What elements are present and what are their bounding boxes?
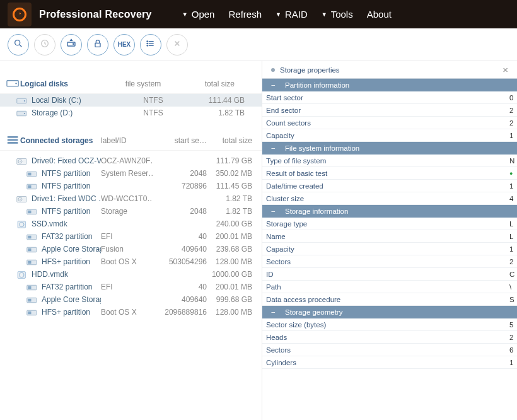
svg-point-0 — [15, 40, 20, 45]
toolbar: HEX — [0, 28, 517, 61]
property-key: Start sector — [266, 94, 509, 102]
property-row: IDC — [262, 268, 517, 281]
property-value: S — [509, 296, 517, 303]
property-key: Heads — [266, 334, 509, 341]
item-name: NTFS partition — [42, 169, 90, 178]
toolbar-hex-button[interactable]: HEX — [113, 34, 135, 55]
partition-row[interactable]: Apple Core Storage…Fusion409640239.68 GB — [0, 243, 262, 255]
part-icon — [26, 170, 38, 177]
col-totalsize: total size — [178, 79, 235, 88]
menu-refresh[interactable]: Refresh — [228, 9, 262, 20]
item-size: 200.01 MB — [207, 283, 252, 291]
close-tab-button[interactable]: × — [502, 64, 508, 75]
property-row: Sectors6 — [262, 344, 517, 356]
part-icon — [26, 283, 38, 291]
property-key: Capacity — [266, 132, 509, 139]
tab-indicator-icon — [271, 68, 275, 72]
group-title: Storage geometry — [285, 308, 342, 316]
property-row: Capacity1 — [262, 129, 517, 142]
property-row: Type of file systemN — [262, 155, 517, 167]
storage-row[interactable]: Drive1: Fixed WDC …WD-WCC1T0…1.82 TB — [0, 192, 262, 205]
left-pane: Logical disks file system total size Loc… — [0, 61, 262, 420]
toolbar-list-button[interactable] — [140, 34, 161, 55]
menu-label: Refresh — [228, 9, 262, 20]
storage-row[interactable]: SSD.vmdk240.00 GB — [0, 218, 262, 230]
property-key: End sector — [266, 107, 509, 114]
menu-raid[interactable]: ▼RAID — [276, 9, 308, 20]
partition-row[interactable]: NTFS partitionSystem Reser…2048350.02 MB — [0, 167, 262, 180]
svg-point-25 — [20, 161, 21, 162]
app-title: Professional Recovery — [39, 9, 152, 20]
item-label: OCZ-AWNZ0F… — [101, 156, 153, 165]
property-key: Capacity — [266, 245, 509, 253]
item-label: Boot OS X — [101, 308, 153, 317]
logical-disks-icon — [6, 79, 20, 88]
item-label: Boot OS X — [101, 257, 153, 266]
disk-name: Local Disk (C:) — [32, 96, 81, 105]
svg-rect-27 — [28, 173, 31, 176]
property-value: 2 — [509, 119, 517, 127]
svg-point-9 — [147, 41, 148, 42]
prop-group-header[interactable]: −Storage geometry — [262, 306, 517, 318]
property-value: 4 — [509, 195, 517, 202]
item-name: HFS+ partition — [42, 257, 90, 266]
item-size: 111.79 GB — [207, 156, 252, 165]
drive-icon — [16, 109, 28, 117]
item-name: Apple Core Storage… — [42, 295, 101, 304]
property-row: Data access procedureS — [262, 293, 517, 306]
group-title: Storage information — [285, 207, 348, 215]
prop-group-header[interactable]: −Storage information — [262, 205, 517, 218]
toolbar-search-button[interactable] — [8, 34, 29, 55]
menu-open[interactable]: ▼Open — [182, 9, 215, 20]
item-size: 350.02 MB — [207, 169, 252, 178]
property-value: L — [509, 233, 517, 240]
partition-row[interactable]: HFS+ partitionBoot OS X2096889816128.00 … — [0, 306, 262, 318]
item-name: Drive0: Fixed OCZ-V… — [32, 156, 101, 165]
drive-icon — [16, 96, 28, 104]
drive-icon — [16, 195, 28, 202]
toolbar-close-button — [166, 34, 188, 55]
svg-rect-21 — [8, 139, 18, 141]
menu-tools[interactable]: ▼Tools — [322, 9, 353, 20]
property-row: Cluster size4 — [262, 192, 517, 205]
disk-size: 111.44 GB — [188, 96, 245, 105]
logical-disks-list: Local Disk (C:)NTFS111.44 GBStorage (D:)… — [0, 94, 262, 119]
collapse-icon: − — [271, 144, 280, 152]
prop-group-header[interactable]: −File system information — [262, 142, 517, 155]
partition-row[interactable]: NTFS partitionStorage20481.82 TB — [0, 205, 262, 218]
partition-row[interactable]: HFS+ partitionBoot OS X503054296128.00 M… — [0, 255, 262, 268]
logical-disk-row[interactable]: Storage (D:)NTFS1.82 TB — [0, 107, 262, 119]
group-title: Partition information — [285, 81, 349, 89]
svg-point-10 — [147, 43, 148, 44]
property-value: L — [509, 220, 517, 228]
partition-row[interactable]: FAT32 partitionEFI40200.01 MB — [0, 281, 262, 293]
property-row: Storage typeL — [262, 218, 517, 230]
property-row: Date/time created1 — [262, 180, 517, 192]
property-row: End sector2 — [262, 104, 517, 117]
storage-row[interactable]: Drive0: Fixed OCZ-V…OCZ-AWNZ0F…111.79 GB — [0, 155, 262, 167]
menu-about[interactable]: About — [367, 9, 392, 20]
property-row: Start sector0 — [262, 91, 517, 104]
properties-tab[interactable]: Storage properties × — [262, 61, 517, 79]
top-bar: Professional Recovery ▼OpenRefresh▼RAID▼… — [0, 0, 517, 28]
svg-point-32 — [20, 199, 21, 200]
property-key: Cluster size — [266, 195, 509, 202]
item-label: Storage — [101, 207, 153, 216]
item-size: 200.01 MB — [207, 232, 252, 241]
logical-disk-row[interactable]: Local Disk (C:)NTFS111.44 GB — [0, 94, 262, 107]
property-value: 2 — [509, 334, 517, 341]
prop-group-header[interactable]: −Partition information — [262, 79, 517, 91]
partition-row[interactable]: FAT32 partitionEFI40200.01 MB — [0, 230, 262, 243]
property-row: NameL — [262, 230, 517, 243]
property-key: Result of basic test — [266, 170, 509, 177]
partition-row[interactable]: NTFS partition720896111.45 GB — [0, 180, 262, 192]
part-icon — [26, 308, 38, 316]
item-start: 2048 — [153, 169, 207, 178]
storage-row[interactable]: HDD.vmdk1000.00 GB — [0, 268, 262, 281]
toolbar-eject-button[interactable] — [61, 34, 82, 55]
toolbar-lock-button[interactable] — [87, 34, 108, 55]
partition-row[interactable]: Apple Core Storage…409640999.68 GB — [0, 293, 262, 306]
property-row: Count sectors2 — [262, 117, 517, 129]
connected-storages-icon — [6, 136, 20, 145]
svg-point-19 — [24, 113, 25, 114]
